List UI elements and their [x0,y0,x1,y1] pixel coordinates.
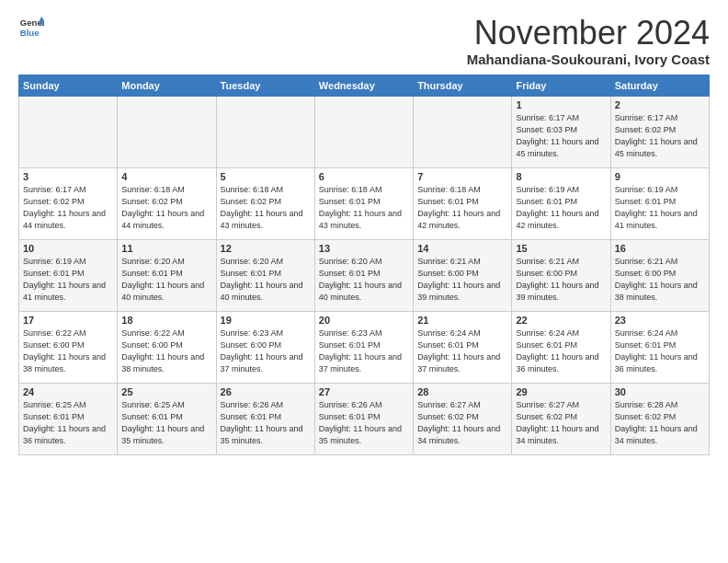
day-number: 13 [319,243,409,254]
day-number: 11 [121,243,211,254]
day-cell: 9Sunrise: 6:19 AMSunset: 6:01 PMDaylight… [610,167,709,239]
col-header-wednesday: Wednesday [314,75,413,96]
day-info: Sunrise: 6:23 AMSunset: 6:01 PMDaylight:… [319,327,409,375]
day-cell: 10Sunrise: 6:19 AMSunset: 6:01 PMDayligh… [19,239,118,311]
day-info: Sunrise: 6:18 AMSunset: 6:01 PMDaylight:… [417,184,507,232]
day-cell: 23Sunrise: 6:24 AMSunset: 6:01 PMDayligh… [610,311,709,383]
header-row: SundayMondayTuesdayWednesdayThursdayFrid… [19,75,710,96]
day-info: Sunrise: 6:19 AMSunset: 6:01 PMDaylight:… [516,184,606,232]
day-cell [118,96,216,167]
header: General Blue November 2024 Mahandiana-So… [18,15,710,67]
day-number: 17 [23,315,113,326]
day-info: Sunrise: 6:18 AMSunset: 6:02 PMDaylight:… [121,184,211,232]
day-info: Sunrise: 6:27 AMSunset: 6:02 PMDaylight:… [516,399,606,447]
day-cell [414,96,512,167]
day-number: 25 [121,386,211,397]
col-header-tuesday: Tuesday [216,75,314,96]
day-number: 20 [319,315,409,326]
day-cell: 20Sunrise: 6:23 AMSunset: 6:01 PMDayligh… [314,311,413,383]
week-row-4: 17Sunrise: 6:22 AMSunset: 6:00 PMDayligh… [19,311,710,383]
day-number: 2 [615,99,705,110]
location-title: Mahandiana-Soukourani, Ivory Coast [467,52,710,67]
day-cell: 14Sunrise: 6:21 AMSunset: 6:00 PMDayligh… [414,239,512,311]
day-number: 18 [121,315,211,326]
col-header-thursday: Thursday [414,75,512,96]
day-cell: 27Sunrise: 6:26 AMSunset: 6:01 PMDayligh… [314,383,413,454]
col-header-saturday: Saturday [610,75,709,96]
day-info: Sunrise: 6:18 AMSunset: 6:02 PMDaylight:… [221,184,311,232]
day-number: 3 [23,171,113,182]
day-number: 23 [615,315,705,326]
day-cell: 30Sunrise: 6:28 AMSunset: 6:02 PMDayligh… [610,383,709,454]
day-info: Sunrise: 6:21 AMSunset: 6:00 PMDaylight:… [615,256,705,304]
week-row-5: 24Sunrise: 6:25 AMSunset: 6:01 PMDayligh… [19,383,710,454]
day-cell [216,96,314,167]
day-info: Sunrise: 6:21 AMSunset: 6:00 PMDaylight:… [417,256,507,304]
day-cell: 25Sunrise: 6:25 AMSunset: 6:01 PMDayligh… [118,383,216,454]
day-cell: 17Sunrise: 6:22 AMSunset: 6:00 PMDayligh… [19,311,118,383]
day-cell: 16Sunrise: 6:21 AMSunset: 6:00 PMDayligh… [610,239,709,311]
day-cell: 15Sunrise: 6:21 AMSunset: 6:00 PMDayligh… [512,239,610,311]
day-number: 1 [516,99,606,110]
day-cell: 8Sunrise: 6:19 AMSunset: 6:01 PMDaylight… [512,167,610,239]
day-cell: 5Sunrise: 6:18 AMSunset: 6:02 PMDaylight… [216,167,314,239]
day-cell: 2Sunrise: 6:17 AMSunset: 6:02 PMDaylight… [610,96,709,167]
day-number: 14 [417,243,507,254]
day-cell: 21Sunrise: 6:24 AMSunset: 6:01 PMDayligh… [414,311,512,383]
day-info: Sunrise: 6:25 AMSunset: 6:01 PMDaylight:… [121,399,211,447]
calendar-table: SundayMondayTuesdayWednesdayThursdayFrid… [18,75,710,455]
day-cell [314,96,413,167]
day-cell: 22Sunrise: 6:24 AMSunset: 6:01 PMDayligh… [512,311,610,383]
day-info: Sunrise: 6:19 AMSunset: 6:01 PMDaylight:… [23,256,113,304]
day-number: 29 [516,386,606,397]
day-cell: 3Sunrise: 6:17 AMSunset: 6:02 PMDaylight… [19,167,118,239]
day-number: 4 [121,171,211,182]
col-header-friday: Friday [512,75,610,96]
day-info: Sunrise: 6:17 AMSunset: 6:03 PMDaylight:… [516,112,606,160]
day-info: Sunrise: 6:22 AMSunset: 6:00 PMDaylight:… [23,327,113,375]
day-number: 6 [319,171,409,182]
day-number: 15 [516,243,606,254]
day-number: 27 [319,386,409,397]
day-number: 7 [417,171,507,182]
title-block: November 2024 Mahandiana-Soukourani, Ivo… [467,15,710,67]
day-number: 21 [417,315,507,326]
day-info: Sunrise: 6:17 AMSunset: 6:02 PMDaylight:… [615,112,705,160]
day-number: 24 [23,386,113,397]
month-title: November 2024 [467,15,710,52]
day-cell: 24Sunrise: 6:25 AMSunset: 6:01 PMDayligh… [19,383,118,454]
day-number: 19 [221,315,311,326]
day-info: Sunrise: 6:28 AMSunset: 6:02 PMDaylight:… [615,399,705,447]
day-info: Sunrise: 6:22 AMSunset: 6:00 PMDaylight:… [121,327,211,375]
day-cell: 13Sunrise: 6:20 AMSunset: 6:01 PMDayligh… [314,239,413,311]
day-cell: 12Sunrise: 6:20 AMSunset: 6:01 PMDayligh… [216,239,314,311]
week-row-3: 10Sunrise: 6:19 AMSunset: 6:01 PMDayligh… [19,239,710,311]
day-cell: 7Sunrise: 6:18 AMSunset: 6:01 PMDaylight… [414,167,512,239]
day-cell: 6Sunrise: 6:18 AMSunset: 6:01 PMDaylight… [314,167,413,239]
day-cell [19,96,118,167]
day-number: 22 [516,315,606,326]
page: General Blue November 2024 Mahandiana-So… [0,0,728,465]
day-info: Sunrise: 6:20 AMSunset: 6:01 PMDaylight:… [121,256,211,304]
day-info: Sunrise: 6:19 AMSunset: 6:01 PMDaylight:… [615,184,705,232]
day-cell: 19Sunrise: 6:23 AMSunset: 6:00 PMDayligh… [216,311,314,383]
day-cell: 26Sunrise: 6:26 AMSunset: 6:01 PMDayligh… [216,383,314,454]
day-info: Sunrise: 6:24 AMSunset: 6:01 PMDaylight:… [417,327,507,375]
day-info: Sunrise: 6:27 AMSunset: 6:02 PMDaylight:… [417,399,507,447]
day-info: Sunrise: 6:20 AMSunset: 6:01 PMDaylight:… [221,256,311,304]
day-cell: 28Sunrise: 6:27 AMSunset: 6:02 PMDayligh… [414,383,512,454]
day-info: Sunrise: 6:17 AMSunset: 6:02 PMDaylight:… [23,184,113,232]
day-info: Sunrise: 6:25 AMSunset: 6:01 PMDaylight:… [23,399,113,447]
day-number: 9 [615,171,705,182]
day-info: Sunrise: 6:24 AMSunset: 6:01 PMDaylight:… [615,327,705,375]
day-info: Sunrise: 6:26 AMSunset: 6:01 PMDaylight:… [319,399,409,447]
day-info: Sunrise: 6:24 AMSunset: 6:01 PMDaylight:… [516,327,606,375]
day-cell: 18Sunrise: 6:22 AMSunset: 6:00 PMDayligh… [118,311,216,383]
col-header-monday: Monday [118,75,216,96]
svg-text:Blue: Blue [20,28,40,38]
day-number: 28 [417,386,507,397]
day-cell: 11Sunrise: 6:20 AMSunset: 6:01 PMDayligh… [118,239,216,311]
day-info: Sunrise: 6:26 AMSunset: 6:01 PMDaylight:… [221,399,311,447]
day-cell: 29Sunrise: 6:27 AMSunset: 6:02 PMDayligh… [512,383,610,454]
day-info: Sunrise: 6:18 AMSunset: 6:01 PMDaylight:… [319,184,409,232]
